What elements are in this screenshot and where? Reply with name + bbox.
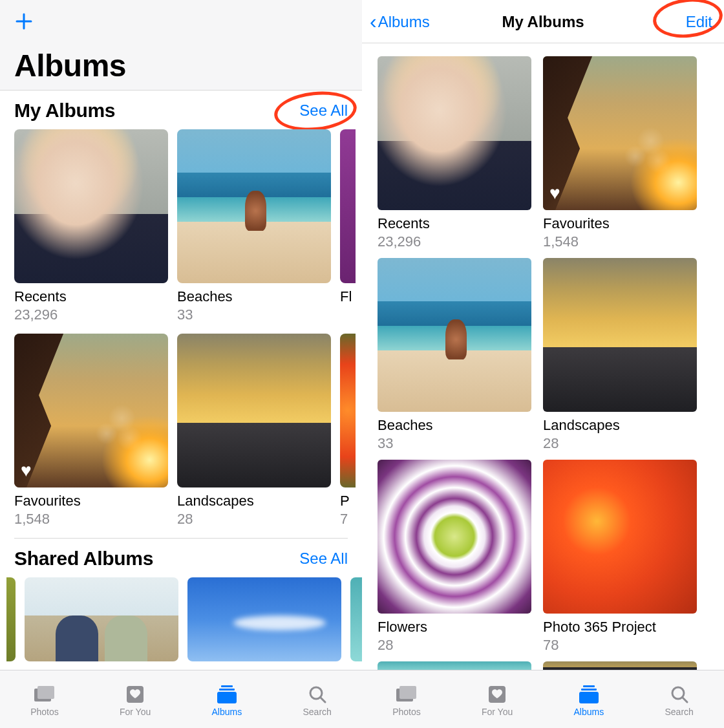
album-name: Fl <box>340 288 356 305</box>
album-tile-shared[interactable] <box>25 577 178 661</box>
albums-overview-screen: Albums My Albums See All Recents 23,296 … <box>0 0 362 728</box>
album-thumbnail <box>6 577 16 661</box>
album-tile-partial[interactable]: P 7 <box>340 334 356 528</box>
album-tile-partial[interactable] <box>543 661 697 670</box>
albums-icon <box>215 685 239 704</box>
album-tile-favourites[interactable]: ♥ Favourites 1,548 <box>14 334 168 528</box>
tab-for-you[interactable]: For You <box>482 685 513 717</box>
album-count: 23,296 <box>378 233 531 250</box>
tab-label: Search <box>665 707 693 717</box>
foryou-icon <box>123 685 147 704</box>
album-thumbnail <box>177 129 331 283</box>
album-thumbnail <box>543 258 697 412</box>
photos-icon <box>33 685 56 704</box>
album-thumbnail <box>378 56 531 210</box>
svg-line-15 <box>683 698 687 702</box>
heart-icon: ♥ <box>549 183 560 204</box>
album-tile-partial[interactable]: Fl <box>340 129 356 323</box>
tab-albums[interactable]: Albums <box>212 685 242 717</box>
album-thumbnail <box>177 334 331 487</box>
tab-search[interactable]: Search <box>303 685 331 717</box>
album-name: Landscapes <box>543 417 697 434</box>
album-tile-beaches[interactable]: Beaches 33 <box>378 258 531 452</box>
tab-label: For You <box>120 707 151 717</box>
svg-rect-9 <box>399 686 416 699</box>
album-tile-recents[interactable]: Recents 23,296 <box>14 129 168 323</box>
album-count: 28 <box>378 637 531 654</box>
album-thumbnail <box>14 129 168 283</box>
album-tile-partial[interactable] <box>6 577 16 661</box>
album-count: 1,548 <box>543 233 697 250</box>
album-thumbnail <box>378 661 531 670</box>
album-thumbnail <box>543 661 697 670</box>
svg-line-7 <box>321 698 325 702</box>
tab-label: Search <box>303 707 331 717</box>
albums-grid[interactable]: Recents 23,296 ♥ Favourites 1,548 Beache… <box>362 43 724 670</box>
album-name: Landscapes <box>177 493 331 509</box>
back-button[interactable]: ‹ Albums <box>370 13 430 31</box>
album-thumbnail <box>543 460 697 614</box>
see-all-button[interactable]: See All <box>299 102 348 120</box>
my-albums-row-2[interactable]: ♥ Favourites 1,548 Landscapes 28 P 7 <box>0 330 362 528</box>
svg-rect-3 <box>221 685 233 687</box>
svg-rect-11 <box>583 685 595 687</box>
foryou-icon <box>485 685 509 704</box>
tab-albums[interactable]: Albums <box>574 685 604 717</box>
album-tile-recents[interactable]: Recents 23,296 <box>378 56 531 250</box>
album-tile-photo365[interactable]: Photo 365 Project 78 <box>543 460 697 654</box>
see-all-button[interactable]: See All <box>299 550 348 568</box>
album-thumbnail: ♥ <box>14 334 168 487</box>
album-tile-landscapes[interactable]: Landscapes 28 <box>543 258 697 452</box>
svg-rect-5 <box>217 692 237 703</box>
album-count: 1,548 <box>14 511 168 528</box>
plus-icon <box>14 12 34 31</box>
search-icon <box>668 685 691 704</box>
album-thumbnail <box>378 460 531 614</box>
album-thumbnail <box>25 577 178 661</box>
tab-bar: Photos For You Albums Search <box>362 670 724 728</box>
tab-for-you[interactable]: For You <box>120 685 151 717</box>
heart-icon: ♥ <box>21 460 32 481</box>
album-tile-partial[interactable] <box>350 577 362 661</box>
album-tile-partial[interactable] <box>378 661 531 670</box>
album-count: 33 <box>378 435 531 452</box>
my-albums-row-1[interactable]: Recents 23,296 Beaches 33 Fl <box>0 125 362 323</box>
tab-photos[interactable]: Photos <box>392 685 421 717</box>
tab-photos[interactable]: Photos <box>30 685 59 717</box>
nav-title: My Albums <box>502 13 584 31</box>
add-album-button[interactable] <box>14 12 34 31</box>
tab-search[interactable]: Search <box>665 685 693 717</box>
album-thumbnail: ♥ <box>543 56 697 210</box>
album-name: Beaches <box>378 417 531 434</box>
album-tile-flowers[interactable]: Flowers 28 <box>378 460 531 654</box>
album-tile-beaches[interactable]: Beaches 33 <box>177 129 331 323</box>
shared-albums-row[interactable] <box>0 573 362 661</box>
album-count: 23,296 <box>14 306 168 323</box>
chevron-left-icon: ‹ <box>370 16 377 28</box>
album-tile-shared[interactable] <box>187 577 341 661</box>
back-label: Albums <box>378 13 430 31</box>
album-tile-favourites[interactable]: ♥ Favourites 1,548 <box>543 56 697 250</box>
large-title-header: Albums <box>0 0 362 91</box>
album-tile-landscapes[interactable]: Landscapes 28 <box>177 334 331 528</box>
svg-rect-12 <box>581 689 597 691</box>
section-title: My Albums <box>14 100 115 122</box>
my-albums-section-header: My Albums See All <box>0 91 362 125</box>
my-albums-grid-screen: ‹ Albums My Albums Edit Recents 23,296 ♥… <box>362 0 724 728</box>
tab-label: For You <box>482 707 513 717</box>
shared-albums-section-header: Shared Albums See All <box>0 539 362 573</box>
tab-label: Albums <box>212 707 242 717</box>
tab-label: Photos <box>30 707 59 717</box>
album-thumbnail <box>340 129 356 283</box>
album-name: P <box>340 493 356 509</box>
album-count: 78 <box>543 637 697 654</box>
tab-bar: Photos For You Albums Search <box>0 670 362 728</box>
edit-button[interactable]: Edit <box>686 13 712 31</box>
album-count: 7 <box>340 511 356 528</box>
album-name: Recents <box>378 215 531 232</box>
album-name: Favourites <box>14 493 168 509</box>
svg-rect-13 <box>579 692 599 703</box>
album-name: Favourites <box>543 215 697 232</box>
tab-label: Albums <box>574 707 604 717</box>
photos-icon <box>395 685 418 704</box>
